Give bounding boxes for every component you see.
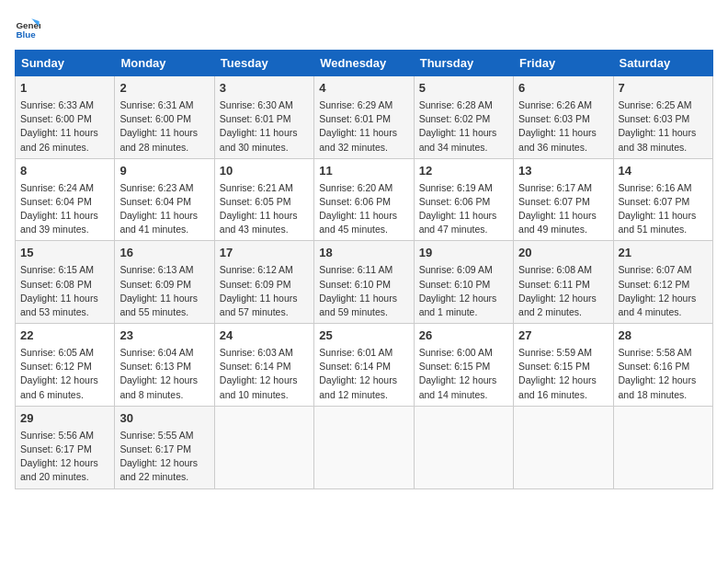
daylight: Daylight: 11 hours and 59 minutes. xyxy=(319,293,397,317)
calendar-cell: 18Sunrise: 6:11 AMSunset: 6:10 PMDayligh… xyxy=(314,241,414,324)
daylight: Daylight: 12 hours and 10 minutes. xyxy=(220,374,298,399)
day-number: 2 xyxy=(119,80,209,98)
sunset: Sunset: 6:00 PM xyxy=(119,113,191,124)
day-number: 29 xyxy=(20,410,109,428)
sunrise: Sunrise: 5:58 AM xyxy=(619,347,692,358)
daylight: Daylight: 12 hours and 8 minutes. xyxy=(119,374,198,399)
calendar-cell: 4Sunrise: 6:29 AMSunset: 6:01 PMDaylight… xyxy=(314,76,414,159)
calendar-cell: 3Sunrise: 6:30 AMSunset: 6:01 PMDaylight… xyxy=(214,76,313,159)
sunset: Sunset: 6:15 PM xyxy=(518,361,590,372)
sunset: Sunset: 6:06 PM xyxy=(319,196,391,207)
sunrise: Sunrise: 6:30 AM xyxy=(220,99,293,110)
sunrise: Sunrise: 6:21 AM xyxy=(220,182,293,193)
header: General Blue xyxy=(15,15,713,40)
sunset: Sunset: 6:10 PM xyxy=(419,279,491,290)
day-number: 13 xyxy=(518,163,608,180)
sunset: Sunset: 6:14 PM xyxy=(220,361,291,372)
sunset: Sunset: 6:09 PM xyxy=(119,279,191,290)
day-number: 10 xyxy=(220,163,309,180)
day-number: 19 xyxy=(419,245,508,262)
day-number: 28 xyxy=(619,327,708,345)
sunrise: Sunrise: 6:28 AM xyxy=(419,99,493,110)
day-number: 3 xyxy=(220,80,309,98)
day-number: 24 xyxy=(220,327,309,345)
daylight: Daylight: 11 hours and 51 minutes. xyxy=(619,210,697,235)
sunrise: Sunrise: 6:07 AM xyxy=(619,264,692,275)
daylight: Daylight: 12 hours and 16 minutes. xyxy=(518,374,597,399)
header-row: Sunday Monday Tuesday Wednesday Thursday… xyxy=(16,51,713,76)
sunset: Sunset: 6:06 PM xyxy=(419,196,491,207)
sunset: Sunset: 6:03 PM xyxy=(518,113,590,124)
calendar-cell: 21Sunrise: 6:07 AMSunset: 6:12 PMDayligh… xyxy=(613,241,712,324)
sunrise: Sunrise: 6:04 AM xyxy=(119,347,193,358)
col-thursday: Thursday xyxy=(414,51,513,76)
day-number: 1 xyxy=(20,80,109,98)
calendar-week-1: 1Sunrise: 6:33 AMSunset: 6:00 PMDaylight… xyxy=(16,76,713,159)
daylight: Daylight: 11 hours and 26 minutes. xyxy=(20,127,98,152)
day-number: 16 xyxy=(119,245,209,262)
daylight: Daylight: 12 hours and 20 minutes. xyxy=(20,457,98,482)
calendar-cell: 24Sunrise: 6:03 AMSunset: 6:14 PMDayligh… xyxy=(214,324,313,407)
col-friday: Friday xyxy=(514,51,613,76)
day-number: 4 xyxy=(319,80,408,98)
daylight: Daylight: 12 hours and 6 minutes. xyxy=(20,374,98,399)
sunrise: Sunrise: 6:12 AM xyxy=(220,264,293,275)
calendar-table: Sunday Monday Tuesday Wednesday Thursday… xyxy=(15,50,713,489)
calendar-cell xyxy=(514,406,613,488)
sunrise: Sunrise: 6:33 AM xyxy=(20,99,94,110)
calendar-cell: 8Sunrise: 6:24 AMSunset: 6:04 PMDaylight… xyxy=(16,158,115,241)
sunset: Sunset: 6:12 PM xyxy=(20,361,92,372)
sunrise: Sunrise: 6:17 AM xyxy=(518,182,592,193)
daylight: Daylight: 11 hours and 55 minutes. xyxy=(119,293,198,317)
calendar-cell xyxy=(613,406,712,488)
day-number: 26 xyxy=(419,327,508,345)
calendar-cell: 7Sunrise: 6:25 AMSunset: 6:03 PMDaylight… xyxy=(613,76,712,159)
daylight: Daylight: 11 hours and 38 minutes. xyxy=(619,127,697,152)
day-number: 17 xyxy=(220,245,309,262)
calendar-cell: 17Sunrise: 6:12 AMSunset: 6:09 PMDayligh… xyxy=(214,241,313,324)
daylight: Daylight: 12 hours and 1 minute. xyxy=(419,293,497,317)
sunrise: Sunrise: 6:11 AM xyxy=(319,264,392,275)
day-number: 22 xyxy=(20,327,109,345)
sunrise: Sunrise: 6:20 AM xyxy=(319,182,392,193)
daylight: Daylight: 12 hours and 18 minutes. xyxy=(619,374,697,399)
calendar-week-3: 15Sunrise: 6:15 AMSunset: 6:08 PMDayligh… xyxy=(16,241,713,324)
sunset: Sunset: 6:14 PM xyxy=(319,361,391,372)
calendar-cell: 2Sunrise: 6:31 AMSunset: 6:00 PMDaylight… xyxy=(115,76,214,159)
calendar-cell: 1Sunrise: 6:33 AMSunset: 6:00 PMDaylight… xyxy=(16,76,115,159)
daylight: Daylight: 11 hours and 41 minutes. xyxy=(119,210,198,235)
sunset: Sunset: 6:10 PM xyxy=(319,279,391,290)
calendar-cell: 27Sunrise: 5:59 AMSunset: 6:15 PMDayligh… xyxy=(514,324,613,407)
sunrise: Sunrise: 6:00 AM xyxy=(419,347,493,358)
calendar-cell: 30Sunrise: 5:55 AMSunset: 6:17 PMDayligh… xyxy=(115,406,214,488)
calendar-week-4: 22Sunrise: 6:05 AMSunset: 6:12 PMDayligh… xyxy=(16,324,713,407)
calendar-week-2: 8Sunrise: 6:24 AMSunset: 6:04 PMDaylight… xyxy=(16,158,713,241)
sunset: Sunset: 6:03 PM xyxy=(619,113,690,124)
day-number: 5 xyxy=(419,80,508,98)
svg-text:Blue: Blue xyxy=(16,29,36,40)
sunset: Sunset: 6:04 PM xyxy=(119,196,191,207)
calendar-cell: 16Sunrise: 6:13 AMSunset: 6:09 PMDayligh… xyxy=(115,241,214,324)
sunset: Sunset: 6:08 PM xyxy=(20,279,92,290)
day-number: 21 xyxy=(619,245,708,262)
daylight: Daylight: 11 hours and 36 minutes. xyxy=(518,127,597,152)
col-tuesday: Tuesday xyxy=(214,51,313,76)
sunset: Sunset: 6:04 PM xyxy=(20,196,92,207)
sunrise: Sunrise: 6:13 AM xyxy=(119,264,193,275)
day-number: 6 xyxy=(518,80,608,98)
daylight: Daylight: 11 hours and 49 minutes. xyxy=(518,210,597,235)
sunset: Sunset: 6:05 PM xyxy=(220,196,291,207)
logo: General Blue xyxy=(15,15,44,40)
sunset: Sunset: 6:13 PM xyxy=(119,361,191,372)
sunrise: Sunrise: 5:55 AM xyxy=(119,430,193,441)
calendar-cell: 10Sunrise: 6:21 AMSunset: 6:05 PMDayligh… xyxy=(214,158,313,241)
calendar-cell: 15Sunrise: 6:15 AMSunset: 6:08 PMDayligh… xyxy=(16,241,115,324)
calendar-cell: 23Sunrise: 6:04 AMSunset: 6:13 PMDayligh… xyxy=(115,324,214,407)
sunset: Sunset: 6:16 PM xyxy=(619,361,690,372)
day-number: 14 xyxy=(619,163,708,180)
day-number: 9 xyxy=(119,163,209,180)
day-number: 8 xyxy=(20,163,109,180)
calendar-cell: 28Sunrise: 5:58 AMSunset: 6:16 PMDayligh… xyxy=(613,324,712,407)
daylight: Daylight: 11 hours and 57 minutes. xyxy=(220,293,298,317)
calendar-cell: 25Sunrise: 6:01 AMSunset: 6:14 PMDayligh… xyxy=(314,324,414,407)
